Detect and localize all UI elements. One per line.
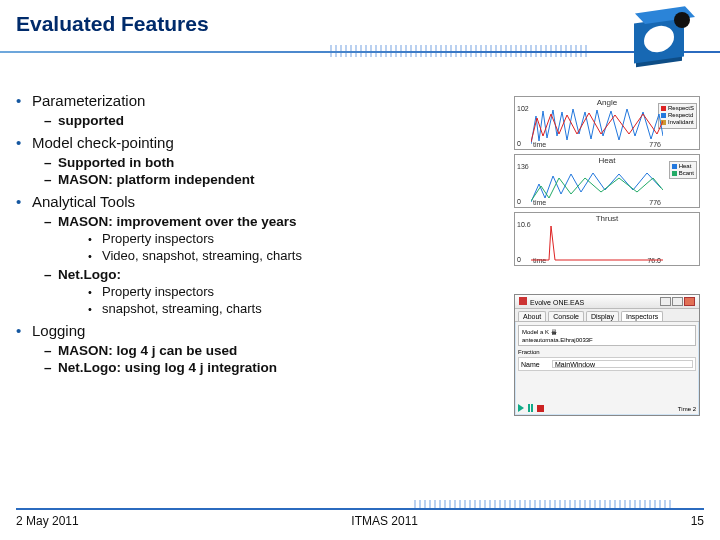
slide-footer: 2 May 2011 ITMAS 2011 15	[16, 508, 704, 528]
slide-title: Evaluated Features	[16, 12, 704, 36]
stop-icon	[537, 405, 544, 412]
bullet-parameterization: Parameterization supported	[16, 92, 476, 128]
subsub-property-inspectors: Property inspectors	[88, 231, 476, 246]
title-rule	[0, 42, 720, 60]
tab-about: About	[518, 311, 546, 321]
chart-thumbnail-heat: Heat 136 0 time 776 Heat Bcant	[514, 154, 700, 208]
footer-page-number: 15	[691, 514, 704, 528]
subsub-property-inspectors-2: Property inspectors	[88, 284, 476, 299]
pause-icon	[528, 404, 530, 412]
sub-mason-log4j: MASON: log 4 j can be used	[44, 343, 476, 358]
sub-supported-both: Supported in both	[44, 155, 476, 170]
tab-console: Console	[548, 311, 584, 321]
chart-thumbnail-angle: Angle 102 0 time 776 RespectS Respectd I…	[514, 96, 700, 150]
sub-mason-platform: MASON: platform independent	[44, 172, 476, 187]
playback-controls	[518, 404, 544, 413]
subsub-snapshot-streaming: snapshot, streaming, charts	[88, 301, 476, 316]
bullet-analytical-tools: Analytical Tools MASON: improvement over…	[16, 193, 476, 316]
sub-mason-improvement: MASON: improvement over the years Proper…	[44, 214, 476, 263]
app-icon	[519, 297, 527, 305]
chart-thumbnail-thrust: Thrust 10.6 0 time 76.0	[514, 212, 700, 266]
window-tabs: About Console Display Inspectors	[515, 309, 699, 322]
tab-inspectors: Inspectors	[621, 311, 663, 321]
window-controls	[659, 297, 695, 307]
sub-supported: supported	[44, 113, 476, 128]
footer-date: 2 May 2011	[16, 514, 79, 528]
sub-netlogo-log4j: Net.Logo: using log 4 j integration	[44, 360, 476, 375]
inspector-window-thumbnail: Evolve ONE.EAS About Console Display Ins…	[514, 294, 700, 416]
window-title: Evolve ONE.EAS	[530, 299, 584, 306]
bullet-logging: Logging MASON: log 4 j can be used Net.L…	[16, 322, 476, 375]
slide-body: Parameterization supported Model check-p…	[16, 92, 476, 381]
bullet-checkpointing: Model check-pointing Supported in both M…	[16, 134, 476, 187]
model-path: anteautomata.Elhraj0033F	[522, 337, 692, 343]
footer-conference: ITMAS 2011	[351, 514, 418, 528]
sub-netlogo: Net.Logo: Property inspectors snapshot, …	[44, 267, 476, 316]
subsub-video-snapshot: Video, snapshot, streaming, charts	[88, 248, 476, 263]
tab-display: Display	[586, 311, 619, 321]
organization-logo	[626, 10, 696, 68]
model-label: Model a K 를	[522, 328, 692, 337]
field-name-row: Name MainWindow	[518, 357, 696, 371]
play-icon	[518, 404, 524, 412]
section-label: Fraction	[518, 349, 696, 355]
